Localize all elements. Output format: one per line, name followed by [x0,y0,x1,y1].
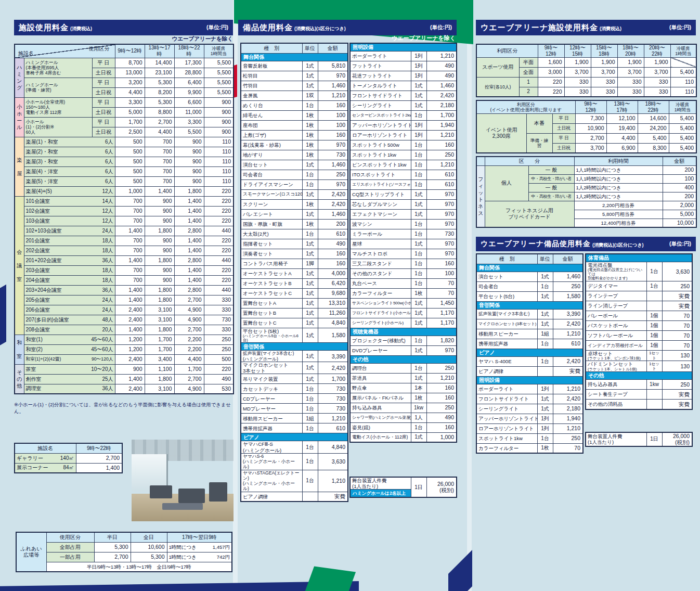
item-name-cell: めくり台 [241,100,302,110]
price-cell: 900 [145,216,174,226]
price-cell: 700 [115,246,145,255]
price-cell: 490 [204,374,234,384]
price-cell: 6,900 [606,143,638,153]
price-cell: 110 [204,137,234,147]
category-cell: 全部占用 [46,542,94,552]
footnote-cell: 半日/9時〜13時・13時〜17時 全日/9時〜17時 [46,562,232,572]
item-name-cell: 演台セット [476,272,537,281]
price-cell: 2,420 [553,394,583,404]
price-cell: 4,400 [606,133,638,143]
price-cell: 900 [174,147,204,157]
price-cell: 1,900 [644,57,670,67]
category-cell: 小ホール(全室使用) 150〜180人 電動イス席 112席 [24,97,92,117]
price-cell: 5,400 [638,133,669,143]
unit-cell: 1台 [411,249,426,259]
facility-price-table: 施設名使用区分9時〜12時13時〜17時18時〜22時冷暖房 1時間当ハ ミ ン… [14,44,234,394]
category-cell: 半面 [519,57,538,67]
item-name-cell: ラインテープ [586,291,646,301]
price-cell: 70 [662,320,692,330]
category-cell: 1 [519,77,538,87]
column-header: 9時〜 12時 [538,44,564,57]
group-label: 和 室 [15,335,24,364]
category-cell: 楽屋(4)+(5)12人 [24,186,115,196]
category-cell: 和室(2)45〜60人 [24,344,115,354]
price-cell: 100 [318,110,348,120]
unit-cell: 1枚 [302,110,318,120]
price-cell: 1,460 [318,160,348,170]
item-name-cell: 拡声装置(マイク3本含む) [476,309,537,319]
header-tax-note: (消費税込)(1区分につき) [294,25,346,32]
price-cell: 70 [426,278,457,288]
item-name-cell: 吊りマイク装置 [241,374,302,384]
price-cell: 実費 [662,400,692,409]
price-cell: 1,800 [145,295,174,305]
unit-cell: 1台 [537,281,553,291]
item-name-cell: 波マシン [350,219,411,229]
column-header: 15時〜 18時 [591,44,617,57]
unit-cell: 1式 [411,209,426,219]
price-cell: 700 [145,157,174,166]
price-cell: 14,400 [145,58,174,68]
item-name-cell: センタービンスポットライト2kw [350,110,411,120]
item-name-cell: マルチストロボ [350,249,411,259]
price-cell: 220 [204,265,234,275]
arena-facility-fees-header: ウエーブアリーナ施設使用料金 (消費税込) (単位:円) [476,20,696,35]
price-cell: 700 [115,265,145,275]
price-cell: 13,310 [318,298,348,308]
price-cell: 610 [426,179,457,189]
price-cell: 110 [204,147,234,157]
price-cell: 160 [318,249,348,259]
price-cell: 1,600 [538,57,564,67]
unit-cell: 1日 [411,477,426,497]
price-cell: 330 [204,295,234,305]
price-cell: 7,300 [575,113,606,123]
header-title: ウエーブアリーナ備品使用料金 [481,239,591,249]
item-name-cell: ボーダーライト [476,384,537,394]
price-cell: 1,580 [318,328,348,343]
column-header: 金額 [663,157,696,165]
item-name-cell: 携帯用拡声器 [241,423,302,433]
item-name-cell: 移動用スピーカー [241,414,302,423]
price-cell: 160 [426,393,457,403]
item-name-cell: マイクロホンセット(3本セット) [476,319,537,329]
item-name-cell: 野点傘 [350,383,411,393]
unit-cell: 1式 [537,404,553,414]
unit-cell [646,301,662,311]
price-cell: 1,170 [426,318,457,328]
price-cell: 1,400 [115,325,145,335]
price-cell: 2,420 [426,91,457,100]
price-cell: 23,100 [145,68,174,78]
price-cell: 970 [318,179,348,189]
unit-cell: 1kw [411,403,426,413]
price-cell: 1,210 [426,373,457,383]
price-cell: 220 [204,186,234,196]
price-cell: 5,400 [669,143,696,153]
price-cell: 2,000 [663,201,696,210]
price-cell: 970 [426,209,457,219]
group-label: 楽 屋 [15,137,24,196]
price-cell: 4,400 [115,87,145,97]
unit-cell: 1台 [411,278,426,288]
category-cell: 103会議室12人 [24,216,115,226]
unit-cell: 1式 [537,319,553,329]
section-header: ハミングホールは2名以上 [350,490,411,497]
price-cell: 1,210 [553,329,583,339]
price-cell: 2,700 [76,453,122,463]
item-name-cell: カセットデッキ [241,384,302,394]
item-name-cell: ソフトバレーボール [586,330,646,340]
section-header: 舞台関係 [476,264,583,272]
price-cell: 2,180 [553,404,583,414]
price-cell: 4,400 [174,354,204,364]
price-cell: 1,700 [174,364,204,374]
unit-cell: 1列 [537,414,553,423]
category-cell: 控室(各10人) [476,77,519,97]
category-cell: 楽屋(5)・洋室6人 [24,176,115,186]
price-cell: 3,700 [617,67,644,77]
price-cell: 3,700 [564,67,591,77]
price-cell: 700 [115,216,145,226]
unit-cell: 1個 [646,320,662,330]
price-cell: 8,200 [145,87,174,97]
price-cell: 160 [426,259,457,268]
price-cell: 70 [662,311,692,320]
price-cell: 70 [662,340,692,350]
